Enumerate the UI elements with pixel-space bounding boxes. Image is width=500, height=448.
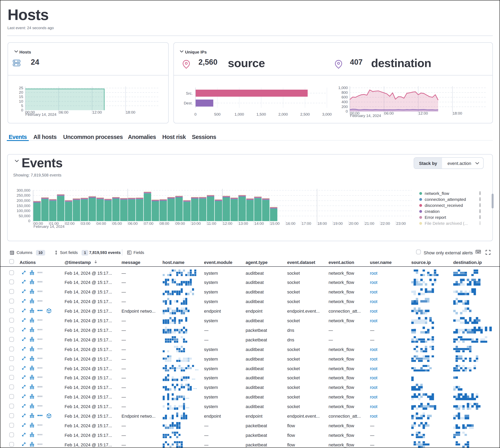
analyze-event-icon[interactable] <box>29 299 34 304</box>
expand-event-icon[interactable] <box>22 375 26 380</box>
destination-ip-redacted[interactable] <box>453 355 455 357</box>
source-ip-redacted[interactable] <box>411 327 414 329</box>
user-name-cell[interactable]: root <box>370 347 378 352</box>
row-checkbox[interactable] <box>9 346 14 351</box>
source-ip-redacted[interactable] <box>411 393 414 396</box>
select-all-checkbox[interactable] <box>9 259 14 264</box>
host-name-redacted[interactable] <box>162 307 165 310</box>
legend-item[interactable]: connection_attempted <box>419 197 466 202</box>
columns-button[interactable]: Columns <box>17 250 32 255</box>
more-actions-icon[interactable] <box>37 415 42 416</box>
user-name-cell[interactable]: root <box>370 376 378 380</box>
tab-all-hosts[interactable]: All hosts <box>32 130 58 140</box>
column-header-event-module[interactable]: event.module <box>204 260 232 265</box>
expand-event-icon[interactable] <box>22 270 26 274</box>
analyze-event-icon[interactable] <box>29 404 34 408</box>
analyze-event-icon[interactable] <box>29 394 34 399</box>
legend-item[interactable]: network_flow <box>419 191 449 196</box>
destination-ip-redacted[interactable] <box>453 422 455 424</box>
analyze-event-icon[interactable] <box>29 385 34 389</box>
row-checkbox[interactable] <box>9 375 14 380</box>
destination-ip-redacted[interactable] <box>453 269 455 272</box>
column-header-source-ip[interactable]: source.ip <box>411 260 431 265</box>
host-name-redacted[interactable] <box>162 384 165 386</box>
host-name-redacted[interactable] <box>162 327 165 329</box>
source-ip-redacted[interactable] <box>411 298 414 300</box>
columns-icon[interactable] <box>10 251 14 255</box>
more-actions-icon[interactable] <box>37 339 42 340</box>
analyze-event-icon[interactable] <box>29 346 34 351</box>
user-name-cell[interactable]: root <box>370 309 378 313</box>
user-name-cell[interactable]: root <box>370 385 378 390</box>
destination-ip-redacted[interactable] <box>453 346 455 348</box>
column-header-event-dataset[interactable]: event.dataset <box>287 260 315 265</box>
row-checkbox[interactable] <box>9 366 14 370</box>
more-actions-icon[interactable] <box>37 405 42 407</box>
host-name-redacted[interactable] <box>162 365 165 367</box>
source-ip-redacted[interactable] <box>411 269 414 272</box>
source-ip-redacted[interactable] <box>411 317 414 319</box>
destination-ip-redacted[interactable] <box>453 413 455 415</box>
source-ip-redacted[interactable] <box>411 288 414 291</box>
legend-more-icon[interactable] <box>480 209 481 213</box>
analyze-event-icon[interactable] <box>29 289 34 294</box>
destination-ip-redacted[interactable] <box>453 288 455 291</box>
column-header-host-name[interactable]: host.name <box>162 260 185 265</box>
host-name-redacted[interactable] <box>162 403 165 405</box>
more-actions-icon[interactable] <box>37 443 42 445</box>
more-actions-icon[interactable] <box>37 291 42 292</box>
expand-event-icon[interactable] <box>22 299 26 303</box>
host-name-redacted[interactable] <box>162 269 165 272</box>
tab-sessions[interactable]: Sessions <box>190 130 218 140</box>
source-ip-redacted[interactable] <box>411 365 414 367</box>
host-name-redacted[interactable] <box>162 374 165 377</box>
legend-item[interactable]: creation <box>419 209 440 214</box>
source-ip-redacted[interactable] <box>411 307 414 310</box>
analyze-event-icon[interactable] <box>29 308 34 313</box>
destination-ip-redacted[interactable] <box>453 393 455 396</box>
sort-icon[interactable] <box>54 250 58 255</box>
row-checkbox[interactable] <box>9 385 14 389</box>
row-checkbox[interactable] <box>9 299 14 304</box>
expand-event-icon[interactable] <box>22 356 26 360</box>
column-header-message[interactable]: message <box>121 260 140 265</box>
more-actions-icon[interactable] <box>37 320 42 321</box>
legend-more-icon[interactable] <box>480 215 481 219</box>
destination-ip-redacted[interactable] <box>453 432 455 434</box>
row-checkbox[interactable] <box>9 404 14 408</box>
source-ip-redacted[interactable] <box>411 384 414 386</box>
host-name-redacted[interactable] <box>162 298 165 300</box>
source-ip-redacted[interactable] <box>411 413 414 415</box>
host-name-redacted[interactable] <box>162 279 165 281</box>
column-header-event-action[interactable]: event.action <box>328 260 354 265</box>
destination-ip-redacted[interactable] <box>453 279 455 281</box>
user-name-cell[interactable]: root <box>370 318 378 323</box>
expand-event-icon[interactable] <box>22 432 26 437</box>
row-checkbox[interactable] <box>9 270 14 275</box>
host-name-redacted[interactable] <box>162 355 165 357</box>
endpoint-package-icon[interactable] <box>46 413 52 418</box>
user-name-cell[interactable]: root <box>370 395 378 399</box>
destination-ip-redacted[interactable] <box>453 298 455 300</box>
destination-ip-redacted[interactable] <box>453 441 455 443</box>
more-actions-icon[interactable] <box>37 377 42 378</box>
destination-ip-redacted[interactable] <box>453 307 455 310</box>
row-checkbox[interactable] <box>9 423 14 428</box>
analyze-event-icon[interactable] <box>29 327 34 332</box>
destination-ip-redacted[interactable] <box>453 384 455 386</box>
expand-event-icon[interactable] <box>22 289 26 294</box>
source-ip-redacted[interactable] <box>411 346 414 348</box>
analyze-event-icon[interactable] <box>29 280 34 285</box>
destination-ip-redacted[interactable] <box>453 327 455 329</box>
more-actions-icon[interactable] <box>37 358 42 359</box>
expand-event-icon[interactable] <box>22 337 26 341</box>
host-name-redacted[interactable] <box>162 441 165 443</box>
host-ellipsis[interactable]: ... <box>192 376 195 380</box>
tab-anomalies[interactable]: Anomalies <box>126 130 158 140</box>
row-checkbox[interactable] <box>9 308 14 313</box>
column-header-destination-ip[interactable]: destination.ip <box>453 260 482 265</box>
expand-event-icon[interactable] <box>22 394 26 399</box>
destination-ip-redacted[interactable] <box>453 374 455 377</box>
column-header-user-name[interactable]: user.name <box>370 260 392 265</box>
more-actions-icon[interactable] <box>37 434 42 435</box>
